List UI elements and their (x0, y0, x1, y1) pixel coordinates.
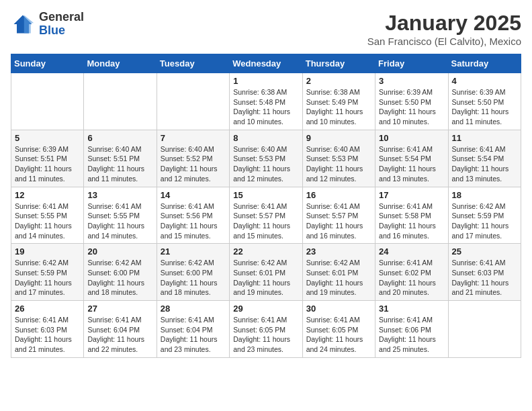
calendar-week-row: 5Sunrise: 6:39 AMSunset: 5:51 PMDaylight… (11, 130, 521, 187)
weekday-header: Friday (375, 54, 448, 73)
day-number: 15 (233, 190, 298, 200)
day-info: Sunrise: 6:41 AMSunset: 6:04 PMDaylight:… (161, 315, 226, 355)
day-number: 13 (87, 190, 152, 200)
calendar-cell: 30Sunrise: 6:41 AMSunset: 6:05 PMDayligh… (302, 301, 375, 358)
calendar-cell: 19Sunrise: 6:42 AMSunset: 5:59 PMDayligh… (11, 244, 84, 301)
day-info: Sunrise: 6:41 AMSunset: 6:02 PMDaylight:… (379, 258, 444, 298)
day-number: 27 (87, 304, 152, 314)
calendar-cell: 5Sunrise: 6:39 AMSunset: 5:51 PMDaylight… (11, 130, 84, 187)
day-info: Sunrise: 6:39 AMSunset: 5:50 PMDaylight:… (452, 87, 517, 127)
weekday-header: Monday (84, 54, 157, 73)
calendar-cell: 7Sunrise: 6:40 AMSunset: 5:52 PMDaylight… (157, 130, 229, 187)
day-info: Sunrise: 6:40 AMSunset: 5:53 PMDaylight:… (306, 144, 371, 184)
day-number: 23 (306, 246, 371, 257)
day-number: 17 (379, 190, 444, 200)
calendar-cell (157, 73, 229, 130)
day-info: Sunrise: 6:41 AMSunset: 6:05 PMDaylight:… (306, 315, 371, 355)
day-info: Sunrise: 6:41 AMSunset: 6:03 PMDaylight:… (15, 315, 80, 355)
calendar-cell: 10Sunrise: 6:41 AMSunset: 5:54 PMDayligh… (375, 130, 448, 187)
day-number: 8 (233, 133, 298, 143)
logo-text: General Blue (39, 11, 84, 38)
day-info: Sunrise: 6:41 AMSunset: 5:57 PMDaylight:… (233, 201, 298, 241)
day-number: 16 (306, 190, 371, 200)
day-info: Sunrise: 6:40 AMSunset: 5:52 PMDaylight:… (161, 144, 226, 184)
weekday-header-row: SundayMondayTuesdayWednesdayThursdayFrid… (11, 54, 521, 73)
calendar-cell: 28Sunrise: 6:41 AMSunset: 6:04 PMDayligh… (157, 301, 229, 358)
calendar-cell (448, 301, 521, 358)
day-info: Sunrise: 6:42 AMSunset: 5:59 PMDaylight:… (452, 201, 517, 241)
day-number: 11 (452, 133, 517, 143)
day-info: Sunrise: 6:41 AMSunset: 6:05 PMDaylight:… (233, 315, 298, 355)
calendar-cell: 4Sunrise: 6:39 AMSunset: 5:50 PMDaylight… (448, 73, 521, 130)
calendar-cell: 27Sunrise: 6:41 AMSunset: 6:04 PMDayligh… (84, 301, 157, 358)
day-info: Sunrise: 6:42 AMSunset: 5:59 PMDaylight:… (15, 258, 80, 298)
day-number: 3 (379, 76, 444, 86)
day-info: Sunrise: 6:40 AMSunset: 5:51 PMDaylight:… (87, 144, 152, 184)
day-number: 28 (161, 304, 226, 314)
day-number: 30 (306, 304, 371, 314)
calendar-cell: 8Sunrise: 6:40 AMSunset: 5:53 PMDaylight… (230, 130, 302, 187)
day-number: 18 (452, 190, 517, 200)
calendar-cell (84, 73, 157, 130)
day-info: Sunrise: 6:41 AMSunset: 5:54 PMDaylight:… (452, 144, 517, 184)
calendar-cell: 9Sunrise: 6:40 AMSunset: 5:53 PMDaylight… (302, 130, 375, 187)
day-number: 7 (161, 133, 226, 143)
day-info: Sunrise: 6:41 AMSunset: 5:55 PMDaylight:… (15, 201, 80, 241)
day-info: Sunrise: 6:41 AMSunset: 5:54 PMDaylight:… (379, 144, 444, 184)
day-number: 25 (452, 246, 517, 257)
day-number: 10 (379, 133, 444, 143)
day-info: Sunrise: 6:41 AMSunset: 6:06 PMDaylight:… (379, 315, 444, 355)
weekday-header: Saturday (448, 54, 521, 73)
calendar-cell (11, 73, 84, 130)
day-number: 14 (161, 190, 226, 200)
calendar-cell: 17Sunrise: 6:41 AMSunset: 5:58 PMDayligh… (375, 187, 448, 244)
day-number: 12 (15, 190, 80, 200)
logo-icon (11, 12, 35, 36)
weekday-header: Thursday (302, 54, 375, 73)
day-info: Sunrise: 6:42 AMSunset: 6:00 PMDaylight:… (161, 258, 226, 298)
day-info: Sunrise: 6:38 AMSunset: 5:49 PMDaylight:… (306, 87, 371, 127)
calendar-cell: 25Sunrise: 6:41 AMSunset: 6:03 PMDayligh… (448, 244, 521, 301)
calendar-week-row: 26Sunrise: 6:41 AMSunset: 6:03 PMDayligh… (11, 301, 521, 358)
month-title: January 2025 (367, 11, 521, 36)
day-number: 24 (379, 246, 444, 257)
calendar-cell: 2Sunrise: 6:38 AMSunset: 5:49 PMDaylight… (302, 73, 375, 130)
calendar-cell: 14Sunrise: 6:41 AMSunset: 5:56 PMDayligh… (157, 187, 229, 244)
day-info: Sunrise: 6:41 AMSunset: 5:56 PMDaylight:… (161, 201, 226, 241)
day-number: 31 (379, 304, 444, 314)
day-info: Sunrise: 6:39 AMSunset: 5:51 PMDaylight:… (15, 144, 80, 184)
day-number: 4 (452, 76, 517, 86)
calendar-cell: 22Sunrise: 6:42 AMSunset: 6:01 PMDayligh… (230, 244, 302, 301)
day-number: 2 (306, 76, 371, 86)
weekday-header: Wednesday (230, 54, 302, 73)
weekday-header: Sunday (11, 54, 84, 73)
calendar-cell: 13Sunrise: 6:41 AMSunset: 5:55 PMDayligh… (84, 187, 157, 244)
calendar-cell: 15Sunrise: 6:41 AMSunset: 5:57 PMDayligh… (230, 187, 302, 244)
day-number: 19 (15, 246, 80, 257)
calendar-week-row: 1Sunrise: 6:38 AMSunset: 5:48 PMDaylight… (11, 73, 521, 130)
day-number: 1 (233, 76, 298, 86)
day-number: 29 (233, 304, 298, 314)
calendar-cell: 18Sunrise: 6:42 AMSunset: 5:59 PMDayligh… (448, 187, 521, 244)
day-info: Sunrise: 6:39 AMSunset: 5:50 PMDaylight:… (379, 87, 444, 127)
calendar-cell: 11Sunrise: 6:41 AMSunset: 5:54 PMDayligh… (448, 130, 521, 187)
day-number: 20 (87, 246, 152, 257)
day-info: Sunrise: 6:42 AMSunset: 6:01 PMDaylight:… (306, 258, 371, 298)
day-info: Sunrise: 6:38 AMSunset: 5:48 PMDaylight:… (233, 87, 298, 127)
day-info: Sunrise: 6:40 AMSunset: 5:53 PMDaylight:… (233, 144, 298, 184)
calendar-cell: 20Sunrise: 6:42 AMSunset: 6:00 PMDayligh… (84, 244, 157, 301)
title-block: January 2025 San Francisco (El Calvito),… (367, 11, 521, 47)
calendar-cell: 24Sunrise: 6:41 AMSunset: 6:02 PMDayligh… (375, 244, 448, 301)
day-info: Sunrise: 6:41 AMSunset: 5:55 PMDaylight:… (87, 201, 152, 241)
logo: General Blue (11, 11, 84, 38)
day-number: 26 (15, 304, 80, 314)
day-info: Sunrise: 6:41 AMSunset: 6:03 PMDaylight:… (452, 258, 517, 298)
calendar-cell: 3Sunrise: 6:39 AMSunset: 5:50 PMDaylight… (375, 73, 448, 130)
calendar-week-row: 12Sunrise: 6:41 AMSunset: 5:55 PMDayligh… (11, 187, 521, 244)
day-number: 21 (161, 246, 226, 257)
day-number: 5 (15, 133, 80, 143)
weekday-header: Tuesday (157, 54, 229, 73)
calendar-cell: 29Sunrise: 6:41 AMSunset: 6:05 PMDayligh… (230, 301, 302, 358)
calendar-cell: 12Sunrise: 6:41 AMSunset: 5:55 PMDayligh… (11, 187, 84, 244)
day-info: Sunrise: 6:41 AMSunset: 5:57 PMDaylight:… (306, 201, 371, 241)
